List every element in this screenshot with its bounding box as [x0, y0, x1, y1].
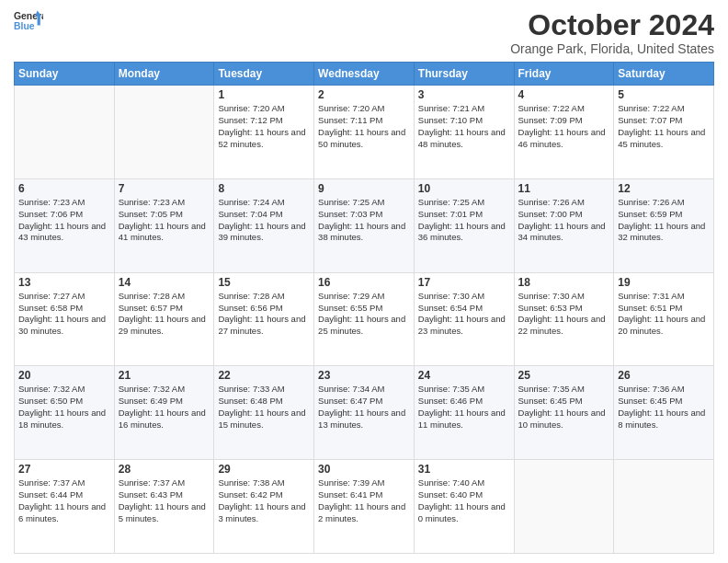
- calendar-cell: 28Sunrise: 7:37 AM Sunset: 6:43 PM Dayli…: [114, 460, 214, 554]
- day-number: 28: [119, 463, 210, 476]
- day-info: Sunrise: 7:37 AM Sunset: 6:43 PM Dayligh…: [119, 477, 210, 524]
- calendar-cell: 23Sunrise: 7:34 AM Sunset: 6:47 PM Dayli…: [314, 366, 415, 460]
- logo-icon: General Blue: [14, 9, 43, 35]
- day-number: 24: [418, 369, 510, 382]
- day-info: Sunrise: 7:26 AM Sunset: 6:59 PM Dayligh…: [618, 197, 710, 244]
- day-number: 22: [218, 369, 310, 382]
- calendar-cell: [514, 460, 614, 554]
- day-number: 23: [318, 369, 410, 382]
- weekday-header-saturday: Saturday: [614, 63, 714, 86]
- day-number: 13: [18, 276, 110, 289]
- calendar-cell: 19Sunrise: 7:31 AM Sunset: 6:51 PM Dayli…: [614, 272, 714, 366]
- day-info: Sunrise: 7:23 AM Sunset: 7:06 PM Dayligh…: [18, 197, 110, 244]
- logo: General Blue: [14, 9, 43, 35]
- title-block: October 2024 Orange Park, Florida, Unite…: [510, 9, 714, 56]
- day-info: Sunrise: 7:34 AM Sunset: 6:47 PM Dayligh…: [318, 384, 410, 431]
- calendar-cell: 13Sunrise: 7:27 AM Sunset: 6:58 PM Dayli…: [15, 272, 115, 366]
- day-number: 14: [119, 276, 210, 289]
- day-info: Sunrise: 7:27 AM Sunset: 6:58 PM Dayligh…: [18, 291, 110, 338]
- day-info: Sunrise: 7:37 AM Sunset: 6:44 PM Dayligh…: [18, 477, 110, 524]
- calendar-cell: 3Sunrise: 7:21 AM Sunset: 7:10 PM Daylig…: [414, 86, 514, 179]
- calendar-cell: [614, 460, 714, 554]
- calendar-cell: 10Sunrise: 7:25 AM Sunset: 7:01 PM Dayli…: [414, 178, 514, 272]
- weekday-header-tuesday: Tuesday: [214, 63, 314, 86]
- svg-text:Blue: Blue: [14, 21, 35, 31]
- calendar-cell: 4Sunrise: 7:22 AM Sunset: 7:09 PM Daylig…: [514, 86, 614, 179]
- day-number: 20: [18, 369, 110, 382]
- calendar-cell: 26Sunrise: 7:36 AM Sunset: 6:45 PM Dayli…: [614, 366, 714, 460]
- day-number: 21: [119, 369, 210, 382]
- calendar-cell: 16Sunrise: 7:29 AM Sunset: 6:55 PM Dayli…: [314, 272, 415, 366]
- calendar-table: SundayMondayTuesdayWednesdayThursdayFrid…: [14, 62, 714, 554]
- day-info: Sunrise: 7:38 AM Sunset: 6:42 PM Dayligh…: [218, 477, 310, 524]
- day-info: Sunrise: 7:29 AM Sunset: 6:55 PM Dayligh…: [318, 291, 410, 338]
- calendar-cell: 1Sunrise: 7:20 AM Sunset: 7:12 PM Daylig…: [214, 86, 314, 179]
- calendar-cell: 17Sunrise: 7:30 AM Sunset: 6:54 PM Dayli…: [414, 272, 514, 366]
- day-number: 31: [418, 463, 510, 476]
- day-info: Sunrise: 7:35 AM Sunset: 6:45 PM Dayligh…: [518, 384, 610, 431]
- calendar-cell: 14Sunrise: 7:28 AM Sunset: 6:57 PM Dayli…: [114, 272, 214, 366]
- calendar-cell: 27Sunrise: 7:37 AM Sunset: 6:44 PM Dayli…: [15, 460, 115, 554]
- day-info: Sunrise: 7:28 AM Sunset: 6:56 PM Dayligh…: [218, 291, 310, 338]
- calendar-cell: 18Sunrise: 7:30 AM Sunset: 6:53 PM Dayli…: [514, 272, 614, 366]
- day-number: 2: [318, 88, 410, 101]
- page: General Blue October 2024 Orange Park, F…: [0, 0, 728, 563]
- calendar-cell: 12Sunrise: 7:26 AM Sunset: 6:59 PM Dayli…: [614, 178, 714, 272]
- day-number: 8: [218, 182, 310, 195]
- day-number: 5: [618, 88, 710, 101]
- day-info: Sunrise: 7:30 AM Sunset: 6:53 PM Dayligh…: [518, 291, 610, 338]
- subtitle: Orange Park, Florida, United States: [510, 41, 714, 56]
- day-info: Sunrise: 7:25 AM Sunset: 7:01 PM Dayligh…: [418, 197, 510, 244]
- day-info: Sunrise: 7:21 AM Sunset: 7:10 PM Dayligh…: [418, 103, 510, 150]
- day-number: 6: [18, 182, 110, 195]
- day-number: 29: [218, 463, 310, 476]
- calendar-cell: 6Sunrise: 7:23 AM Sunset: 7:06 PM Daylig…: [15, 178, 115, 272]
- day-number: 3: [418, 88, 510, 101]
- day-number: 26: [618, 369, 710, 382]
- calendar-cell: [114, 86, 214, 179]
- day-info: Sunrise: 7:24 AM Sunset: 7:04 PM Dayligh…: [218, 197, 310, 244]
- day-number: 11: [518, 182, 610, 195]
- day-number: 10: [418, 182, 510, 195]
- day-number: 16: [318, 276, 410, 289]
- calendar-cell: 20Sunrise: 7:32 AM Sunset: 6:50 PM Dayli…: [15, 366, 115, 460]
- day-info: Sunrise: 7:23 AM Sunset: 7:05 PM Dayligh…: [119, 197, 210, 244]
- day-info: Sunrise: 7:22 AM Sunset: 7:07 PM Dayligh…: [618, 103, 710, 150]
- weekday-header-wednesday: Wednesday: [314, 63, 415, 86]
- calendar-cell: 31Sunrise: 7:40 AM Sunset: 6:40 PM Dayli…: [414, 460, 514, 554]
- calendar-cell: 11Sunrise: 7:26 AM Sunset: 7:00 PM Dayli…: [514, 178, 614, 272]
- calendar-cell: [15, 86, 115, 179]
- weekday-header-sunday: Sunday: [15, 63, 115, 86]
- day-info: Sunrise: 7:35 AM Sunset: 6:46 PM Dayligh…: [418, 384, 510, 431]
- day-info: Sunrise: 7:25 AM Sunset: 7:03 PM Dayligh…: [318, 197, 410, 244]
- day-info: Sunrise: 7:20 AM Sunset: 7:11 PM Dayligh…: [318, 103, 410, 150]
- day-number: 30: [318, 463, 410, 476]
- day-info: Sunrise: 7:20 AM Sunset: 7:12 PM Dayligh…: [218, 103, 310, 150]
- calendar-cell: 7Sunrise: 7:23 AM Sunset: 7:05 PM Daylig…: [114, 178, 214, 272]
- weekday-header-thursday: Thursday: [414, 63, 514, 86]
- day-info: Sunrise: 7:32 AM Sunset: 6:49 PM Dayligh…: [119, 384, 210, 431]
- day-number: 12: [618, 182, 710, 195]
- weekday-header-friday: Friday: [514, 63, 614, 86]
- main-title: October 2024: [510, 9, 714, 41]
- calendar-cell: 8Sunrise: 7:24 AM Sunset: 7:04 PM Daylig…: [214, 178, 314, 272]
- day-info: Sunrise: 7:32 AM Sunset: 6:50 PM Dayligh…: [18, 384, 110, 431]
- calendar-cell: 5Sunrise: 7:22 AM Sunset: 7:07 PM Daylig…: [614, 86, 714, 179]
- calendar-cell: 21Sunrise: 7:32 AM Sunset: 6:49 PM Dayli…: [114, 366, 214, 460]
- day-info: Sunrise: 7:36 AM Sunset: 6:45 PM Dayligh…: [618, 384, 710, 431]
- day-info: Sunrise: 7:28 AM Sunset: 6:57 PM Dayligh…: [119, 291, 210, 338]
- day-number: 19: [618, 276, 710, 289]
- day-number: 15: [218, 276, 310, 289]
- day-info: Sunrise: 7:26 AM Sunset: 7:00 PM Dayligh…: [518, 197, 610, 244]
- day-number: 1: [218, 88, 310, 101]
- day-info: Sunrise: 7:40 AM Sunset: 6:40 PM Dayligh…: [418, 477, 510, 524]
- calendar-cell: 15Sunrise: 7:28 AM Sunset: 6:56 PM Dayli…: [214, 272, 314, 366]
- day-info: Sunrise: 7:33 AM Sunset: 6:48 PM Dayligh…: [218, 384, 310, 431]
- weekday-header-monday: Monday: [114, 63, 214, 86]
- day-number: 9: [318, 182, 410, 195]
- header: General Blue October 2024 Orange Park, F…: [14, 9, 714, 56]
- day-number: 27: [18, 463, 110, 476]
- day-number: 18: [518, 276, 610, 289]
- calendar-cell: 29Sunrise: 7:38 AM Sunset: 6:42 PM Dayli…: [214, 460, 314, 554]
- calendar-cell: 22Sunrise: 7:33 AM Sunset: 6:48 PM Dayli…: [214, 366, 314, 460]
